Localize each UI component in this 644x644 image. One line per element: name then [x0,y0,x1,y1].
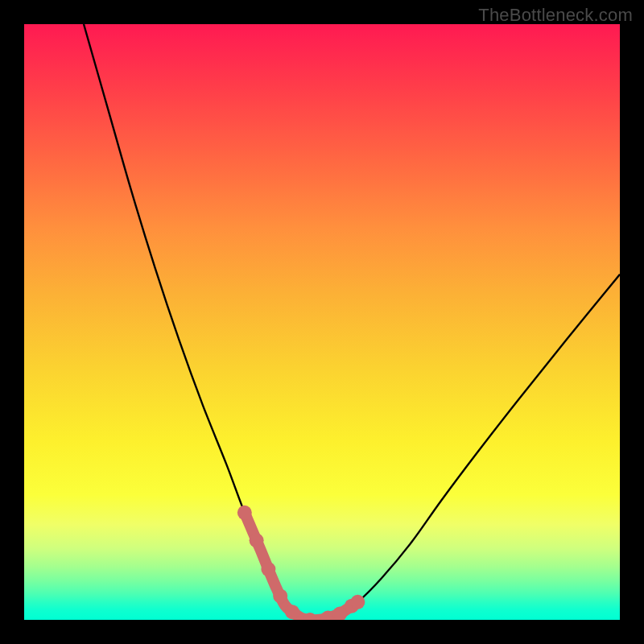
marker-dot [285,605,299,619]
bottleneck-curve [24,24,620,620]
marker-dot [273,588,287,603]
marker-dot [250,533,264,547]
min-region-band [245,513,358,620]
marker-dot [350,595,365,609]
watermark-text: TheBottleneck.com [478,5,633,26]
marker-dot [237,506,252,520]
plot-area [24,24,620,620]
chart-frame: TheBottleneck.com [0,0,644,644]
marker-dot [261,562,275,576]
marker-dots [237,506,365,620]
curve-path [84,24,620,620]
